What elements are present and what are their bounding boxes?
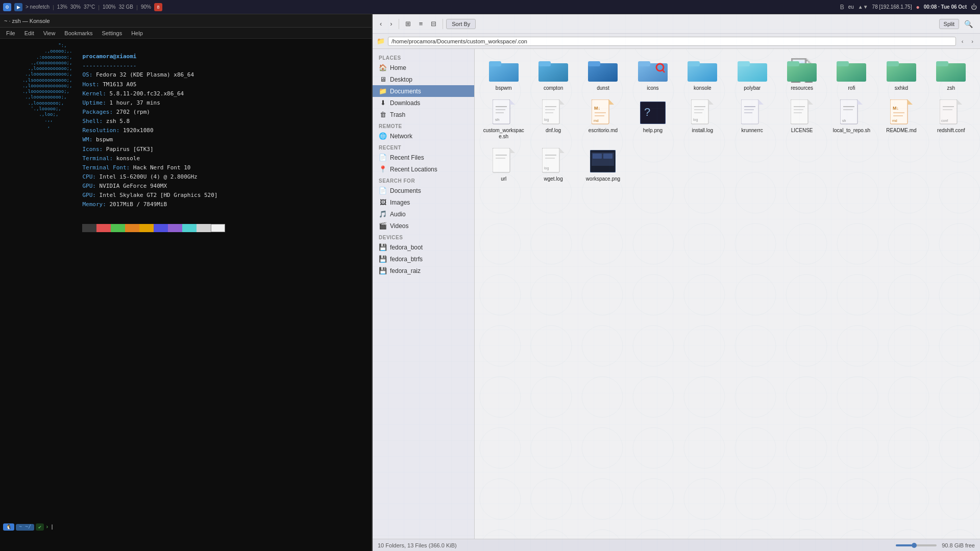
- menu-bookmarks[interactable]: Bookmarks: [60, 29, 96, 37]
- power-icon[interactable]: ⏻: [971, 4, 977, 11]
- sidebar-item-trash[interactable]: 🗑 Trash: [373, 109, 474, 120]
- sidebar-item-search-videos[interactable]: 🎬 Videos: [373, 220, 474, 232]
- svg-text:conf: conf: [941, 119, 948, 122]
- home-icon: 🏠: [379, 64, 387, 71]
- file-item-custom-workspace-sh[interactable]: sh custom_workspace.sh: [480, 96, 527, 143]
- folder-icon-rofi: [836, 57, 867, 84]
- icon-view-button[interactable]: ⊞: [402, 18, 414, 29]
- file-item-license[interactable]: LICENSE: [778, 96, 825, 143]
- sort-by-button[interactable]: Sort By: [446, 19, 476, 29]
- sidebar-fedora-boot-label: fedora_boot: [390, 244, 423, 251]
- file-name-krunnerrc: krunnerrc: [742, 128, 763, 134]
- file-item-konsole[interactable]: konsole: [679, 54, 726, 94]
- menu-settings[interactable]: Settings: [97, 29, 126, 37]
- sidebar-fedora-btrfs-label: fedora_btrfs: [390, 256, 423, 263]
- svg-marker-55: [808, 99, 813, 105]
- file-item-escritorio-md[interactable]: M↓md escritorio.md: [579, 96, 627, 143]
- sidebar-item-search-images[interactable]: 🖼 Images: [373, 196, 474, 208]
- terminal-taskbar-label[interactable]: > neofetch: [26, 4, 50, 10]
- zoom-track[interactable]: [896, 544, 937, 546]
- svg-rect-75: [493, 148, 510, 172]
- detail-view-button[interactable]: ≡: [416, 18, 426, 29]
- file-item-local-to-repo-sh[interactable]: sh local_to_repo.sh: [828, 96, 875, 143]
- svg-rect-8: [638, 61, 650, 66]
- indicator: ●: [916, 4, 919, 11]
- neofetch-output: ":, .,ooooo;,. .:ooooooooo:, .,coooooooo…: [3, 43, 369, 251]
- terminal-body[interactable]: ":, .,ooooo;,. .:ooooooooo:, .,coooooooo…: [0, 39, 372, 551]
- sidebar-item-fedora-boot[interactable]: 💾 fedora_boot: [373, 241, 474, 253]
- fm-statusbar: 10 Folders, 13 Files (366.0 KiB) 90.8 Gi…: [373, 539, 980, 551]
- file-item-compton[interactable]: compton: [529, 54, 577, 94]
- file-item-icons[interactable]: icons: [629, 54, 676, 94]
- color-palette: [82, 224, 225, 232]
- zoom-fill: [896, 544, 912, 546]
- file-name-redshift-conf: redshift.conf: [937, 128, 965, 134]
- sidebar-item-home[interactable]: 🏠 Home: [373, 62, 474, 73]
- svg-marker-76: [510, 148, 515, 153]
- terminal-menubar: File Edit View Bookmarks Settings Help: [0, 28, 372, 39]
- path-nav-forward[interactable]: ›: [969, 37, 976, 45]
- file-icon-local-to-repo-sh: sh: [836, 99, 867, 126]
- file-item-dunst[interactable]: dunst: [579, 54, 627, 94]
- search-doc-icon: 📄: [379, 187, 387, 194]
- file-item-polybar[interactable]: polybar: [728, 54, 776, 94]
- menu-file[interactable]: File: [2, 29, 19, 37]
- svg-rect-18: [837, 61, 849, 66]
- forward-button[interactable]: ›: [387, 18, 395, 29]
- search-button[interactable]: 🔍: [961, 18, 976, 30]
- compact-view-button[interactable]: ⊟: [428, 18, 439, 29]
- file-item-redshift-conf[interactable]: conf redshift.conf: [927, 96, 975, 143]
- color-3: [111, 224, 125, 232]
- terminal-taskbar-icon[interactable]: ▶: [14, 3, 22, 11]
- taskbar-left: ⚙ ▶ > neofetch | 13% 30% 37°C | 100% 32 …: [3, 3, 162, 11]
- file-item-wget-log[interactable]: log wget.log: [529, 145, 577, 185]
- file-icon-krunnerrc: [737, 99, 768, 126]
- sidebar-item-recent-locations[interactable]: 📍 Recent Locations: [373, 163, 474, 175]
- file-item-resources[interactable]: resources: [778, 54, 825, 94]
- file-name-escritorio-md: escritorio.md: [589, 128, 618, 134]
- svg-marker-71: [957, 99, 962, 105]
- file-item-install-log[interactable]: log install.log: [679, 96, 726, 143]
- app-launcher-icon[interactable]: ⚙: [3, 3, 11, 11]
- file-item-krunnerrc[interactable]: krunnerrc: [728, 96, 776, 143]
- path-text[interactable]: /home/procamora/Documents/custom_workspa…: [388, 37, 956, 46]
- svg-marker-60: [857, 99, 863, 105]
- network-icon: 🌐: [379, 132, 387, 140]
- file-item-bspwm[interactable]: bspwm: [480, 54, 527, 94]
- sidebar-item-search-audio[interactable]: 🎵 Audio: [373, 208, 474, 220]
- sidebar-fedora-raiz-label: fedora_raiz: [390, 267, 421, 274]
- file-name-url: url: [501, 176, 506, 182]
- file-item-url[interactable]: url: [480, 145, 527, 185]
- back-button[interactable]: ‹: [377, 18, 385, 29]
- split-button[interactable]: Split: [939, 19, 959, 29]
- sidebar-item-desktop[interactable]: 🖥 Desktop: [373, 73, 474, 85]
- file-item-sxhkd[interactable]: sxhkd: [877, 54, 925, 94]
- file-item-zsh[interactable]: zsh: [927, 54, 975, 94]
- sidebar-item-documents[interactable]: 📁 Documents: [373, 85, 474, 97]
- file-item-workspace-png[interactable]: workspace.png: [579, 145, 627, 185]
- file-name-zsh: zsh: [947, 85, 955, 91]
- path-nav-back[interactable]: ‹: [959, 37, 966, 45]
- taskbar-right: B eu ▲▼ 78 [192.168.1.75] ● 00:08 · Tue …: [840, 4, 977, 11]
- sidebar-item-downloads[interactable]: ⬇ Downloads: [373, 97, 474, 109]
- menu-view[interactable]: View: [39, 29, 60, 37]
- search-video-icon: 🎬: [379, 222, 387, 230]
- menu-help[interactable]: Help: [127, 29, 147, 37]
- file-item-help-png[interactable]: ? help.png: [629, 96, 676, 143]
- file-name-install-log: install.log: [692, 128, 713, 134]
- svg-rect-12: [688, 61, 700, 66]
- file-item-readme-md[interactable]: M↓md README.md: [877, 96, 925, 143]
- file-name-rofi: rofi: [848, 85, 855, 91]
- notification-icon[interactable]: 8: [154, 3, 162, 11]
- sidebar-item-fedora-btrfs[interactable]: 💾 fedora_btrfs: [373, 253, 474, 265]
- file-name-workspace-png: workspace.png: [586, 176, 620, 182]
- menu-edit[interactable]: Edit: [20, 29, 38, 37]
- sidebar-item-search-documents[interactable]: 📄 Documents: [373, 185, 474, 196]
- terminal-title: ~ · zsh — Konsole: [4, 18, 50, 24]
- sidebar-item-network[interactable]: 🌐 Network: [373, 130, 474, 142]
- file-item-rofi[interactable]: rofi: [828, 54, 875, 94]
- sidebar-item-fedora-raiz[interactable]: 💾 fedora_raiz: [373, 265, 474, 277]
- file-icon-redshift-conf: conf: [936, 99, 966, 126]
- file-item-dnf-log[interactable]: log dnf.log: [529, 96, 577, 143]
- sidebar-item-recent-files[interactable]: 📄 Recent Files: [373, 152, 474, 163]
